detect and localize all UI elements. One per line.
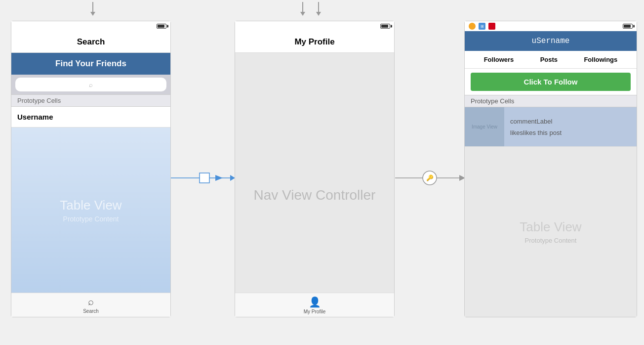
follow-button[interactable]: Click To Follow [471,73,631,91]
follow-button-container: Click To Follow [465,69,637,95]
screen2-tab-bar: 👤 My Profile [235,293,394,317]
profile-tab-icon: 👤 [309,296,321,308]
search-tab-icon: ⌕ [88,296,94,307]
svg-text:🔑: 🔑 [426,174,434,181]
comment-label: commentLabel [510,118,562,125]
screen3-prototype-cells-header: Prototype Cells [465,95,637,107]
screen1-tab-label[interactable]: Search [83,308,99,314]
screen3-status-bar: ⊞ [465,21,637,31]
screen1-nav-title: Search [77,37,105,47]
likes-label: likeslikes this post [510,129,562,136]
screen2-nav-view: Nav View Controller [235,97,394,293]
screen2-nav-bar: My Profile [235,31,394,53]
screen1-search-bar[interactable]: ⌕ [15,78,166,91]
blue-square-icon: ⊞ [479,23,485,30]
screen1-blue-header: Find Your Friends [11,53,170,75]
battery-icon-s3 [623,24,633,29]
image-view-label: Image View [472,124,497,129]
screen2-status-bar [235,21,394,31]
connector-s1-s2 [171,158,235,198]
followings-label: Followings [584,56,617,63]
search-icon-s1: ⌕ [89,81,93,88]
followers-label: Followers [484,56,514,63]
screen1-username-row[interactable]: Username [11,107,170,128]
stats-row: Followers Posts Followings [465,51,637,69]
battery-icon-s1 [157,24,166,29]
screen1-table-sublabel: Prototype Content [63,215,119,223]
username-bar: uSername [465,31,637,51]
red-square-icon [488,23,495,30]
screen1-nav-bar: Search [11,31,170,53]
svg-rect-1 [200,173,209,183]
screen1-table-view: Table View Prototype Content [11,128,170,293]
screen1-section-header: Prototype Cells [11,94,170,107]
screen3-table-view: Table View Prototype Content [465,147,637,317]
screen2-nav-title: My Profile [294,37,334,47]
screen2-frame: My Profile Nav View Controller 👤 My Prof… [235,21,395,317]
screen1-header-title: Find Your Friends [55,59,126,69]
orange-dot-icon [469,23,476,30]
screen1-table-label: Table View [60,198,121,213]
post-info: commentLabel likeslikes this post [504,107,567,146]
screen3-table-label: Table View [520,219,581,235]
connector-s2-s3: 🔑 [395,158,467,198]
screen1-tab-bar: ⌕ Search [11,293,170,317]
screen3-frame: ⊞ uSername Followers Posts Followings [464,21,637,317]
screen1-search-container: ⌕ [11,75,170,94]
image-view-box: Image View [465,107,504,146]
screen1-status-bar [11,21,170,31]
battery-icon-s2 [380,24,390,29]
username-text: uSername [532,37,570,45]
screen1-frame: Search Find Your Friends ⌕ Prototype Cel… [11,21,171,317]
screen2-nav-view-text: Nav View Controller [254,187,376,203]
screen2-gray-top [235,53,394,97]
post-cell: Image View commentLabel likeslikes this … [465,107,637,147]
posts-label: Posts [540,56,558,63]
screen2-tab-label[interactable]: My Profile [304,309,325,314]
screen3-status-icons: ⊞ [469,23,495,30]
screen3-table-sublabel: Prototype Content [525,237,577,244]
